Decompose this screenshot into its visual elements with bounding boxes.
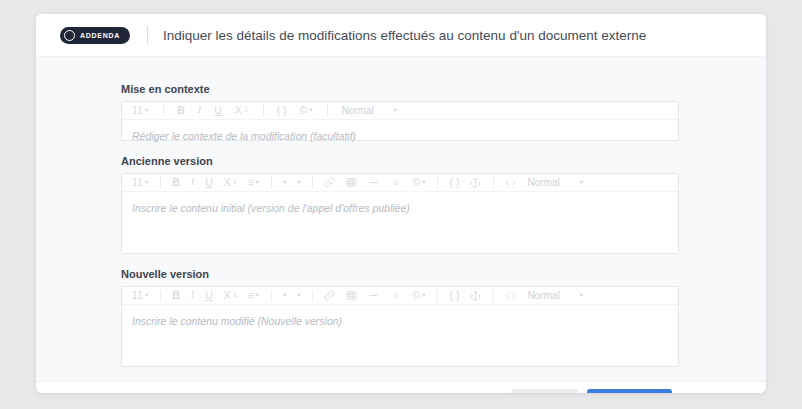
editor-placeholder: Inscrire le contenu initial (version de … [132,202,410,214]
field-nouvelle-version: Nouvelle version 11▾ B I U X1 ≡▾ ▾ ▾ [121,268,679,367]
special-character-dropdown[interactable]: ©▾ [299,105,312,116]
toolbar-separator [437,290,438,302]
copyright-icon: © [412,290,420,301]
horizontal-rule-button[interactable] [368,177,379,188]
field-label: Mise en contexte [121,83,679,95]
braces-button[interactable]: { } [449,177,459,188]
source-code-button[interactable] [505,290,516,301]
modal-body: Mise en contexte 11▾ B I U X1 { } ©▾ Nor… [36,57,766,381]
copyright-icon: © [299,105,307,116]
page-break-button[interactable] [390,290,401,301]
anchor-icon [470,290,481,301]
braces-button[interactable]: { } [277,105,287,116]
italic-button[interactable]: I [191,290,195,301]
toolbar-separator [160,290,161,302]
editor-toolbar: 11▾ B I U X1 { } ©▾ Normal▾ [122,102,678,120]
field-ancienne-version: Ancienne version 11▾ B I U X1 ≡▾ ▾ ▾ [121,155,679,254]
source-code-button[interactable] [505,177,516,188]
font-size-value: 11 [132,177,143,188]
format-value: Normal [527,291,559,301]
addenda-badge-label: ADDENDA [80,32,120,39]
align-icon: ≡ [248,177,254,188]
anchor-button[interactable] [470,290,481,301]
modal-title: Indiquer les détails de modifications ef… [163,28,646,43]
chevron-down-icon: ▾ [256,292,259,299]
text-color-dropdown[interactable]: ▾ [283,179,286,186]
addenda-modal: ADDENDA Indiquer les détails de modifica… [36,14,766,393]
superscript-base: X [224,290,231,301]
braces-button[interactable]: { } [449,290,459,301]
table-button[interactable] [346,177,357,188]
italic-button[interactable]: I [198,105,202,116]
paragraph-format-dropdown[interactable]: Normal▾ [527,178,583,188]
bold-button[interactable]: B [172,290,180,301]
code-icon [505,177,516,188]
anchor-button[interactable] [470,177,481,188]
paragraph-format-dropdown[interactable]: Normal▾ [527,291,583,301]
editor-input[interactable]: Inscrire le contenu initial (version de … [122,192,678,253]
link-icon [324,177,335,188]
text-color-dropdown[interactable]: ▾ [283,292,286,299]
horizontal-rule-icon [368,290,379,301]
toolbar-separator [327,105,328,117]
align-dropdown[interactable]: ≡▾ [248,177,259,188]
chevron-down-icon: ▾ [580,292,583,299]
horizontal-rule-button[interactable] [368,290,379,301]
page-break-button[interactable] [390,177,401,188]
anchor-icon [470,177,481,188]
save-button[interactable]: Enregistrer [587,389,672,394]
superscript-button[interactable]: X1 [224,290,237,301]
chevron-down-icon: ▾ [297,179,300,186]
paragraph-format-dropdown[interactable]: Normal▾ [341,106,397,116]
format-value: Normal [341,106,373,116]
toolbar-separator [163,105,164,117]
table-button[interactable] [346,290,357,301]
font-size-dropdown[interactable]: 11▾ [132,290,148,301]
underline-button[interactable]: U [205,177,213,188]
toolbar-separator [312,290,313,302]
font-size-dropdown[interactable]: 11▾ [132,105,148,116]
toolbar-separator [271,177,272,189]
bold-button[interactable]: B [172,177,180,188]
special-character-dropdown[interactable]: ©▾ [412,177,425,188]
chevron-down-icon: ▾ [422,292,425,299]
editor-placeholder: Rédiger le contexte de la modification (… [132,130,356,142]
highlight-color-dropdown[interactable]: ▾ [297,179,300,186]
rich-text-editor: 11▾ B I U X1 { } ©▾ Normal▾ Rédiger le c… [121,101,679,141]
superscript-exp: 1 [244,107,248,114]
superscript-base: X [235,105,242,116]
toolbar-separator [160,177,161,189]
italic-button[interactable]: I [191,177,195,188]
editor-input[interactable]: Inscrire le contenu modifié (Nouvelle ve… [122,305,678,366]
chevrons-down-icon [390,177,401,188]
highlight-color-dropdown[interactable]: ▾ [297,292,300,299]
chevron-down-icon: ▾ [145,179,148,186]
align-icon: ≡ [248,290,254,301]
cancel-button[interactable]: Annuler [511,389,579,394]
table-icon [346,290,357,301]
field-label: Nouvelle version [121,268,679,280]
rich-text-editor: 11▾ B I U X1 ≡▾ ▾ ▾ ©▾ [121,173,679,254]
toolbar-separator [263,105,264,117]
align-dropdown[interactable]: ≡▾ [248,290,259,301]
chevron-down-icon: ▾ [394,107,397,114]
link-button[interactable] [324,177,335,188]
field-label: Ancienne version [121,155,679,167]
bold-button[interactable]: B [177,105,185,116]
toolbar-separator [493,177,494,189]
link-button[interactable] [324,290,335,301]
superscript-button[interactable]: X1 [224,177,237,188]
field-mise-en-contexte: Mise en contexte 11▾ B I U X1 { } ©▾ Nor… [121,83,679,141]
superscript-button[interactable]: X1 [235,105,248,116]
chevron-down-icon: ▾ [580,179,583,186]
font-size-dropdown[interactable]: 11▾ [132,177,148,188]
underline-button[interactable]: U [214,105,222,116]
chevrons-down-icon [390,290,401,301]
editor-placeholder: Inscrire le contenu modifié (Nouvelle ve… [132,315,342,327]
table-icon [346,177,357,188]
font-size-value: 11 [132,290,143,301]
underline-button[interactable]: U [205,290,213,301]
special-character-dropdown[interactable]: ©▾ [412,290,425,301]
toolbar-separator [271,290,272,302]
editor-input[interactable]: Rédiger le contexte de la modification (… [122,120,678,140]
